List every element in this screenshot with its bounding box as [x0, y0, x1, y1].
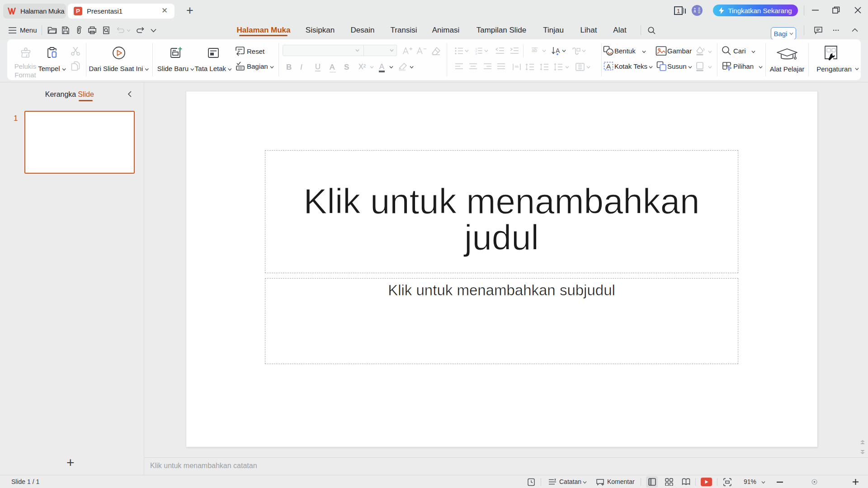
svg-text:A: A: [556, 47, 560, 54]
svg-text:P: P: [76, 8, 80, 14]
svg-text:3: 3: [475, 52, 477, 55]
svg-text:ab: ab: [532, 47, 537, 53]
svg-text:U: U: [315, 63, 321, 71]
svg-text:A: A: [606, 62, 611, 70]
svg-text:<>: <>: [515, 64, 519, 67]
svg-text:1: 1: [677, 8, 680, 14]
